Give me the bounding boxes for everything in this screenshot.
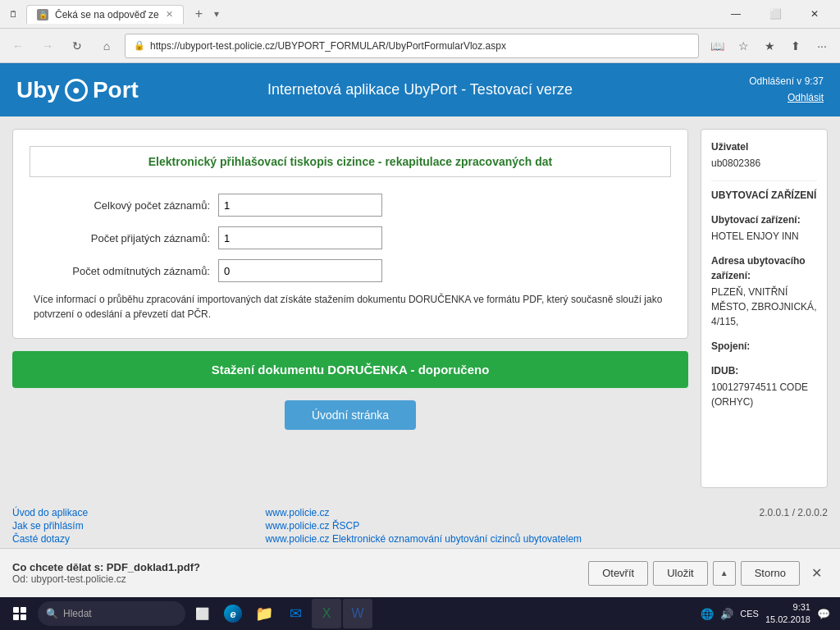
- download-info: Co chcete dělat s: PDF_doklad1.pdf? Od: …: [12, 561, 578, 585]
- app-header: Uby ● Port Internetová aplikace UbyPort …: [0, 63, 840, 116]
- tab-title: Čeká se na odpověď ze: [55, 9, 159, 21]
- total-records-label: Celkový počet záznamů:: [30, 199, 210, 212]
- taskbar-search[interactable]: 🔍 Hledat: [38, 601, 185, 626]
- refresh-button[interactable]: ↻: [66, 34, 89, 57]
- logout-link[interactable]: Odhlásit: [788, 92, 824, 103]
- favorites-star-icon[interactable]: ☆: [732, 34, 755, 57]
- lock-icon: 🔒: [134, 40, 145, 51]
- download-doruenka-button[interactable]: Stažení dokumentu DORUČENKA - doporučeno: [12, 351, 688, 388]
- taskbar: 🔍 Hledat ⬜ e 📁 ✉ X W 🌐 🔊 CES 9:31 15.02.…: [0, 597, 840, 630]
- address-value: PLZEŇ, VNITŘNÍ MĚSTO, ZBROJNICKÁ, 4/115,: [711, 286, 816, 327]
- footer-link-dotazy[interactable]: Časté dotazy: [12, 533, 88, 545]
- logo-text-uby: Uby: [16, 77, 60, 103]
- back-button[interactable]: ←: [7, 34, 30, 57]
- footer: Úvod do aplikace Jak se přihlásím Časté …: [0, 500, 840, 548]
- address-bar-row: ← → ↻ ⌂ 🔒 https://ubyport-test.policie.c…: [0, 29, 840, 63]
- form-box-title: Elektronický přihlašovací tiskopis cizin…: [30, 146, 671, 177]
- open-file-button[interactable]: Otevřít: [588, 561, 648, 586]
- idub-section: IDUB: 100127974511 CODE (ORHYC): [711, 363, 817, 409]
- taskbar-file-explorer[interactable]: 📁: [249, 599, 279, 628]
- reader-view-icon[interactable]: 📖: [705, 34, 728, 57]
- info-text: Více informací o průběhu zpracování impo…: [30, 292, 671, 322]
- save-options-button[interactable]: ▲: [713, 561, 736, 586]
- rejected-records-input[interactable]: [218, 259, 382, 282]
- taskbar-ie-icon[interactable]: e: [218, 599, 248, 628]
- more-icon[interactable]: ···: [810, 34, 833, 57]
- maximize-button[interactable]: ⬜: [756, 2, 794, 26]
- accepted-records-input[interactable]: [218, 226, 382, 249]
- footer-version: 2.0.0.1 / 2.0.0.2: [760, 507, 828, 518]
- share-icon[interactable]: ⬆: [784, 34, 807, 57]
- address-bar[interactable]: 🔒 https://ubyport-test.policie.cz/UBYPOR…: [125, 34, 699, 58]
- hub-icon[interactable]: ★: [758, 34, 781, 57]
- home-button[interactable]: ⌂: [95, 34, 118, 57]
- accepted-records-label: Počet přijatých záznamů:: [30, 232, 210, 244]
- volume-icon[interactable]: 🔊: [720, 608, 733, 620]
- windows-logo-icon: [13, 607, 26, 620]
- cancel-download-button[interactable]: Storno: [741, 561, 800, 586]
- footer-link-jak[interactable]: Jak se přihlásím: [12, 520, 88, 532]
- save-file-button[interactable]: Uložit: [653, 561, 708, 586]
- taskbar-excel[interactable]: X: [312, 599, 341, 628]
- footer-link-elektronicke[interactable]: www.policie.cz Elektronické oznamování u…: [266, 533, 582, 545]
- total-records-input[interactable]: [218, 194, 382, 217]
- right-sidebar: Uživatel ub0802386 UBYTOVACÍ ZAŘÍZENÍ Ub…: [701, 129, 828, 488]
- new-tab-button[interactable]: +: [190, 7, 208, 21]
- taskbar-search-icon: 🔍: [46, 608, 58, 619]
- title-bar-icons: 🗒: [7, 7, 20, 21]
- title-bar: 🗒 🔒 Čeká se na odpověď ze ✕ + ▾ — ⬜ ✕: [0, 0, 840, 29]
- footer-link-rscp[interactable]: www.policie.cz ŘSCP: [266, 520, 582, 532]
- app-container: Uby ● Port Internetová aplikace UbyPort …: [0, 63, 840, 548]
- taskbar-search-label: Hledat: [63, 608, 92, 619]
- connection-section: Spojení:: [711, 339, 817, 354]
- tab-close-button[interactable]: ✕: [166, 9, 173, 20]
- main-content: Elektronický přihlašovací tiskopis cizin…: [0, 116, 840, 500]
- total-records-row: Celkový počet záznamů:: [30, 194, 671, 217]
- accepted-records-row: Počet přijatých záznamů:: [30, 226, 671, 249]
- taskbar-outlook[interactable]: ✉: [281, 599, 310, 628]
- logo-text-port: Port: [93, 77, 139, 103]
- footer-left-links: Úvod do aplikace Jak se přihlásím Časté …: [12, 507, 88, 545]
- clock-date: 15.02.2018: [765, 614, 810, 626]
- clock-time: 9:31: [765, 601, 810, 614]
- language-indicator[interactable]: CES: [740, 609, 759, 619]
- start-button[interactable]: [3, 599, 36, 628]
- user-value: ub0802386: [711, 158, 760, 169]
- network-icon[interactable]: 🌐: [701, 608, 714, 620]
- rejected-records-label: Počet odmítnutých záznamů:: [30, 265, 210, 277]
- active-tab[interactable]: 🔒 Čeká se na odpověď ze ✕: [26, 5, 184, 24]
- ie-logo: e: [224, 605, 242, 623]
- forward-button[interactable]: →: [36, 34, 59, 57]
- login-info: Odhlášení v 9:37 Odhlásit: [749, 74, 824, 105]
- facility-name-label: Ubytovací zařízení:: [711, 212, 817, 227]
- download-bar: Co chcete dělat s: PDF_doklad1.pdf? Od: …: [0, 548, 840, 597]
- minimize-button[interactable]: —: [717, 2, 755, 26]
- close-button[interactable]: ✕: [796, 2, 833, 26]
- form-box: Elektronický přihlašovací tiskopis cizin…: [12, 129, 688, 339]
- rejected-records-row: Počet odmítnutých záznamů:: [30, 259, 671, 282]
- tab-dropdown-button[interactable]: ▾: [211, 8, 222, 20]
- home-page-button[interactable]: Úvodní stránka: [285, 400, 416, 430]
- taskbar-clock[interactable]: 9:31 15.02.2018: [765, 601, 810, 627]
- system-tray: 🌐 🔊 CES 9:31 15.02.2018 💬: [694, 601, 837, 627]
- center-panel: Elektronický přihlašovací tiskopis cizin…: [12, 129, 688, 488]
- page-icon: 🗒: [7, 7, 20, 21]
- app-title: Internetová aplikace UbyPort - Testovací…: [267, 81, 573, 98]
- idub-label: IDUB:: [711, 363, 817, 378]
- window-controls: — ⬜ ✕: [717, 2, 833, 26]
- url-text: https://ubyport-test.policie.cz/UBYPORT_…: [150, 40, 506, 52]
- connection-label: Spojení:: [711, 339, 817, 354]
- user-label: Uživatel: [711, 139, 817, 154]
- close-download-bar-button[interactable]: ✕: [805, 562, 828, 585]
- action-center-icon[interactable]: 💬: [817, 608, 830, 620]
- taskbar-word[interactable]: W: [343, 599, 372, 628]
- facility-section: UBYTOVACÍ ZAŘÍZENÍ: [711, 188, 817, 203]
- footer-link-policie[interactable]: www.policie.cz: [266, 507, 582, 518]
- footer-link-uvod[interactable]: Úvod do aplikace: [12, 507, 88, 518]
- facility-name-section: Ubytovací zařízení: HOTEL ENJOY INN: [711, 212, 817, 244]
- download-filename: Co chcete dělat s: PDF_doklad1.pdf?: [12, 561, 578, 573]
- login-time: Odhlášení v 9:37: [749, 74, 824, 89]
- app-logo: Uby ● Port: [16, 77, 139, 103]
- taskbar-task-view[interactable]: ⬜: [187, 599, 217, 628]
- user-section: Uživatel ub0802386: [711, 139, 817, 171]
